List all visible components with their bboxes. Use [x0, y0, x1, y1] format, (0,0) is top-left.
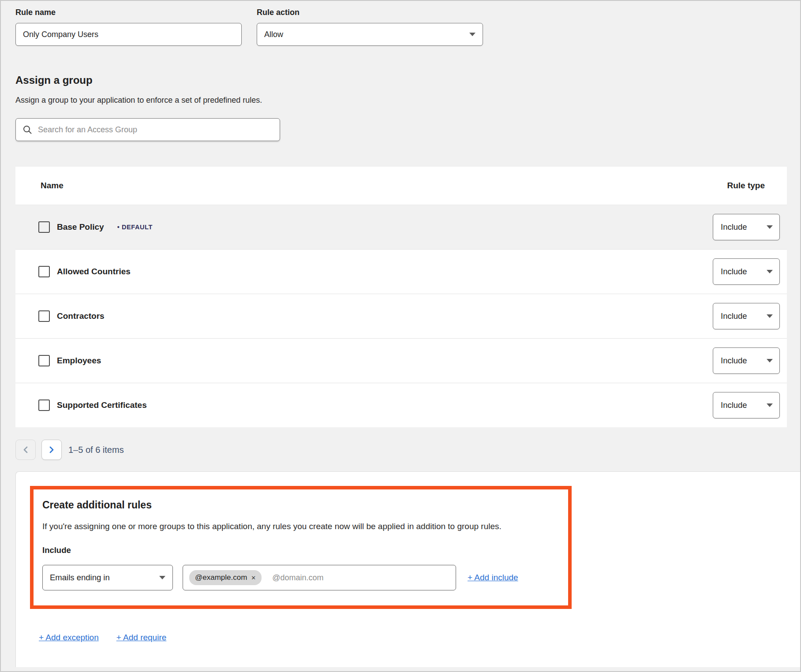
rule-type-value: Include [721, 267, 747, 276]
search-icon [22, 125, 32, 134]
rule-type-select[interactable]: Include [713, 392, 780, 418]
domain-input-placeholder: @domain.com [272, 573, 323, 582]
table-row-supported-certificates: Supported Certificates Include [15, 383, 787, 427]
table-row-allowed-countries: Allowed Countries Include [15, 249, 787, 294]
add-require-link[interactable]: + Add require [116, 633, 167, 642]
rule-action-select[interactable]: Allow [257, 23, 483, 46]
create-additional-rules-description: If you're assigning one or more groups t… [42, 522, 559, 531]
rule-type-select[interactable]: Include [713, 303, 780, 329]
row-name: Contractors [57, 311, 105, 321]
rule-type-value: Include [721, 400, 747, 410]
pagination-summary: 1–5 of 6 items [68, 445, 124, 455]
assign-group-description: Assign a group to your application to en… [15, 96, 800, 105]
rule-type-select[interactable]: Include [713, 347, 780, 374]
rule-name-field-group: Rule name Only Company Users [15, 8, 242, 46]
table-row-base-policy: Base Policy • DEFAULT Include [15, 205, 787, 249]
row-name: Employees [57, 356, 101, 366]
previous-page-button[interactable] [15, 440, 36, 460]
add-exception-link[interactable]: + Add exception [39, 633, 99, 642]
rule-type-value: Include [721, 222, 747, 232]
rule-action-field-group: Rule action Allow [257, 8, 483, 46]
condition-type-value: Emails ending in [50, 573, 110, 582]
table-header: Name Rule type [15, 167, 787, 205]
chevron-down-icon [767, 270, 773, 273]
pagination: 1–5 of 6 items [15, 440, 800, 460]
search-placeholder: Search for an Access Group [38, 125, 137, 134]
rule-type-value: Include [721, 356, 747, 366]
chevron-right-icon [49, 446, 55, 454]
domain-tag-input[interactable]: @example.com ✕ @domain.com [183, 565, 456, 590]
rule-form-row: Rule name Only Company Users Rule action… [15, 8, 800, 46]
create-additional-rules-highlight: Create additional rules If you're assign… [30, 486, 572, 609]
rule-type-select[interactable]: Include [713, 214, 780, 240]
include-section-label: Include [42, 545, 559, 555]
access-group-search-input[interactable]: Search for an Access Group [15, 118, 280, 141]
row-name: Supported Certificates [57, 400, 147, 410]
rule-action-value: Allow [264, 30, 283, 39]
table-row-contractors: Contractors Include [15, 294, 787, 338]
chevron-down-icon [469, 33, 475, 36]
chevron-down-icon [767, 359, 773, 362]
row-checkbox[interactable] [38, 355, 50, 366]
next-page-button[interactable] [41, 440, 62, 460]
footer-links-row: + Add exception + Add require [39, 633, 800, 642]
access-groups-table: Name Rule type Base Policy • DEFAULT Inc… [15, 167, 787, 427]
rule-name-input[interactable]: Only Company Users [15, 23, 242, 46]
chevron-down-icon [159, 576, 165, 579]
rule-type-select[interactable]: Include [713, 258, 780, 285]
table-row-employees: Employees Include [15, 338, 787, 383]
remove-chip-icon[interactable]: ✕ [251, 575, 256, 581]
rule-type-value: Include [721, 311, 747, 321]
rule-configuration-page: Rule name Only Company Users Rule action… [0, 0, 801, 672]
row-name: Allowed Countries [57, 267, 131, 276]
row-checkbox[interactable] [38, 310, 50, 322]
row-name: Base Policy [57, 222, 104, 232]
column-header-rule-type: Rule type [727, 181, 765, 190]
additional-rules-card: Create additional rules If you're assign… [15, 471, 800, 667]
rule-name-value: Only Company Users [23, 30, 98, 39]
chevron-left-icon [22, 446, 29, 454]
domain-chip: @example.com ✕ [189, 570, 262, 585]
row-checkbox[interactable] [38, 399, 50, 411]
default-badge: • DEFAULT [117, 224, 153, 231]
domain-chip-value: @example.com [195, 573, 247, 582]
column-header-name: Name [41, 181, 64, 190]
row-checkbox[interactable] [38, 266, 50, 277]
rule-name-label: Rule name [15, 8, 242, 17]
rule-action-label: Rule action [257, 8, 483, 17]
condition-type-select[interactable]: Emails ending in [42, 565, 173, 590]
assign-group-heading: Assign a group [15, 74, 800, 86]
chevron-down-icon [767, 225, 773, 229]
row-checkbox[interactable] [38, 221, 50, 233]
include-condition-row: Emails ending in @example.com ✕ @domain.… [42, 565, 559, 590]
add-include-link[interactable]: + Add include [468, 573, 518, 582]
chevron-down-icon [767, 403, 773, 407]
create-additional-rules-heading: Create additional rules [42, 499, 559, 511]
chevron-down-icon [767, 314, 773, 318]
